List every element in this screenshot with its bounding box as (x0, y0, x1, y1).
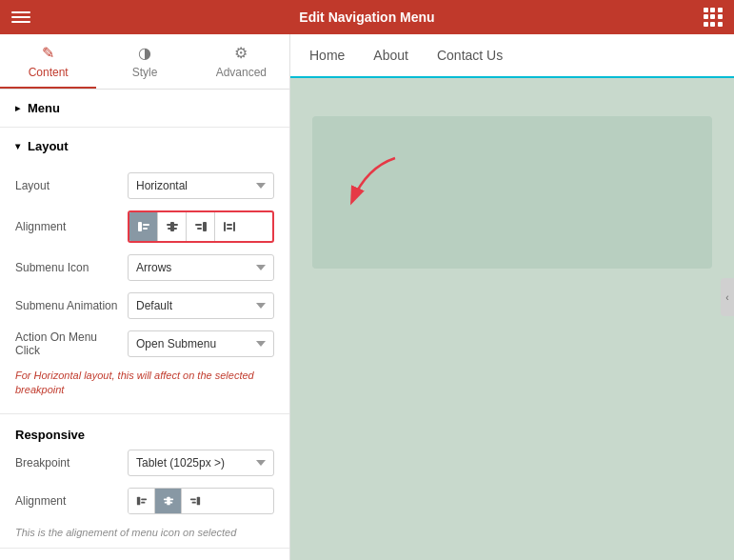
submenu-icon-field-control: Arrows Plus Chevron (128, 254, 274, 281)
action-select[interactable]: Open Submenu Navigate None (128, 330, 274, 357)
breakpoint-field-control: Tablet (1025px >) Mobile (768px >) None (128, 450, 274, 476)
svg-rect-13 (136, 496, 139, 505)
svg-rect-8 (197, 228, 202, 230)
svg-rect-5 (168, 228, 177, 230)
breakpoint-field-label: Breakpoint (15, 456, 120, 470)
svg-rect-11 (227, 224, 232, 226)
svg-rect-6 (203, 222, 207, 231)
svg-rect-10 (233, 222, 235, 231)
layout-section-content: Layout Horizontal Vertical Dropdown Alig… (0, 165, 289, 413)
preview-card (312, 116, 712, 269)
svg-rect-4 (167, 224, 178, 226)
svg-rect-2 (143, 228, 148, 230)
left-panel: ✎ Content ◑ Style ⚙ Advanced ▸ Menu ▾ La (0, 34, 290, 560)
responsive-section-title: Responsive (0, 414, 289, 450)
svg-rect-20 (190, 498, 196, 500)
tabs-bar: ✎ Content ◑ Style ⚙ Advanced (0, 34, 289, 90)
svg-rect-14 (141, 498, 147, 500)
align-center-button[interactable] (158, 212, 187, 241)
preview-nav-home[interactable]: Home (309, 38, 345, 72)
svg-rect-18 (164, 502, 172, 504)
alignment-field-label: Alignment (15, 220, 120, 233)
layout-section-header[interactable]: ▾ Layout (0, 128, 289, 165)
svg-rect-9 (224, 222, 226, 231)
action-field-control: Open Submenu Navigate None (128, 330, 274, 357)
tab-style[interactable]: ◑ Style (96, 34, 192, 89)
grid-menu-icon[interactable] (704, 8, 723, 27)
alignment-field-control (128, 210, 274, 243)
align-justify-icon (223, 220, 236, 233)
main-layout: ✎ Content ◑ Style ⚙ Advanced ▸ Menu ▾ La (0, 34, 734, 560)
menu-section-header[interactable]: ▸ Menu (0, 90, 289, 127)
responsive-alignment-control (128, 488, 274, 514)
layout-field-row: Layout Horizontal Vertical Dropdown (15, 172, 274, 199)
resp-align-center-button[interactable] (155, 489, 182, 513)
svg-rect-1 (143, 224, 149, 226)
svg-rect-7 (195, 224, 202, 226)
menu-section-arrow: ▸ (15, 103, 20, 113)
svg-rect-12 (227, 228, 232, 230)
svg-rect-3 (170, 222, 174, 231)
layout-select[interactable]: Horizontal Vertical Dropdown (128, 172, 274, 199)
responsive-section: Responsive Breakpoint Tablet (1025px >) … (0, 414, 289, 549)
resp-align-left-button[interactable] (129, 489, 155, 513)
preview-nav-contact[interactable]: Contact Us (437, 38, 503, 72)
tab-style-label: Style (132, 66, 158, 79)
advanced-tab-icon: ⚙ (234, 44, 248, 62)
svg-rect-15 (141, 502, 145, 504)
submenu-anim-field-row: Submenu Animation Default Fade Slide (15, 292, 274, 319)
submenu-icon-field-row: Submenu Icon Arrows Plus Chevron (15, 254, 274, 281)
top-bar: Edit Navigation Menu (0, 0, 734, 34)
layout-note: For Horizontal layout, this will affect … (15, 369, 274, 398)
responsive-alignment-label: Alignment (15, 494, 120, 508)
tab-content[interactable]: ✎ Content (0, 34, 96, 89)
tab-content-label: Content (29, 66, 69, 79)
layout-field-control: Horizontal Vertical Dropdown (128, 172, 274, 199)
align-left-button[interactable] (129, 212, 158, 241)
content-tab-icon: ✎ (42, 44, 54, 62)
tab-advanced[interactable]: ⚙ Advanced (193, 34, 289, 89)
align-right-button[interactable] (187, 212, 215, 241)
layout-section-arrow: ▾ (15, 141, 20, 151)
resp-align-right-button[interactable] (182, 489, 208, 513)
collapse-toggle[interactable]: ‹ (721, 278, 734, 316)
resp-align-right-icon (189, 495, 201, 507)
svg-rect-0 (138, 222, 142, 231)
layout-section-label: Layout (28, 139, 69, 153)
layout-section: ▾ Layout Layout Horizontal Vertical Drop… (0, 128, 289, 414)
breakpoint-field-row: Breakpoint Tablet (1025px >) Mobile (768… (0, 450, 289, 476)
svg-rect-16 (167, 496, 169, 505)
submenu-anim-field-label: Submenu Animation (15, 299, 120, 312)
responsive-note: This is the alignement of menu icon on s… (0, 526, 289, 548)
responsive-alignment-row: Alignment (0, 488, 289, 514)
right-panel: Home About Contact Us ‹ (290, 34, 734, 560)
preview-nav: Home About Contact Us (290, 34, 734, 78)
align-center-icon (166, 220, 179, 233)
submenu-icon-select[interactable]: Arrows Plus Chevron (128, 254, 274, 281)
resp-align-center-icon (163, 495, 174, 507)
preview-nav-about[interactable]: About (373, 38, 408, 72)
top-bar-title: Edit Navigation Menu (30, 10, 704, 25)
submenu-anim-select[interactable]: Default Fade Slide (128, 292, 274, 319)
svg-rect-19 (197, 496, 200, 505)
align-justify-button[interactable] (215, 212, 244, 241)
action-field-row: Action On Menu Click Open Submenu Naviga… (15, 330, 274, 357)
resp-align-left-icon (136, 495, 148, 507)
responsive-alignment-buttons (128, 488, 274, 514)
hamburger-menu-icon[interactable] (11, 8, 30, 27)
alignment-buttons (128, 210, 274, 243)
submenu-anim-field-control: Default Fade Slide (128, 292, 274, 319)
svg-rect-17 (163, 498, 172, 500)
style-tab-icon: ◑ (138, 44, 151, 62)
tab-advanced-label: Advanced (216, 66, 267, 79)
alignment-field-row: Alignment (15, 210, 274, 243)
action-field-label: Action On Menu Click (15, 330, 120, 357)
align-left-icon (137, 220, 150, 233)
breakpoint-select[interactable]: Tablet (1025px >) Mobile (768px >) None (128, 450, 274, 476)
preview-content (290, 78, 734, 288)
svg-rect-21 (192, 502, 196, 504)
menu-section-label: Menu (28, 101, 60, 115)
submenu-icon-field-label: Submenu Icon (15, 261, 120, 274)
menu-section: ▸ Menu (0, 90, 289, 128)
layout-field-label: Layout (15, 179, 120, 192)
